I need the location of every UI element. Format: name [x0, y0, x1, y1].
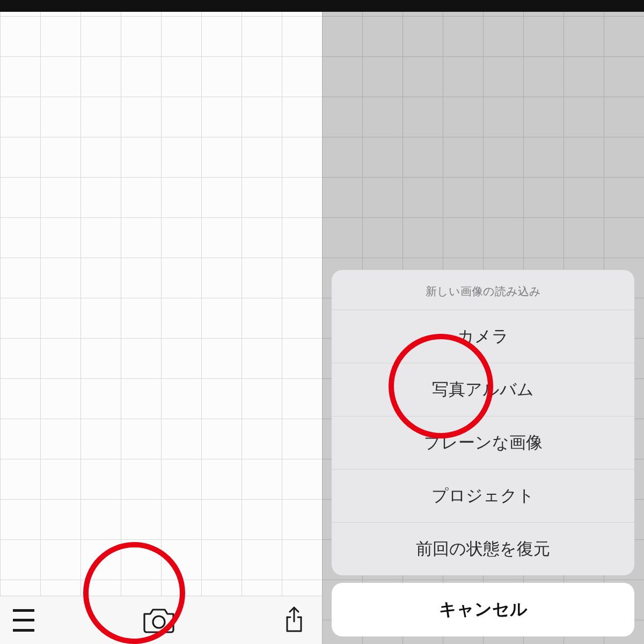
option-photo-album[interactable]: 写真アルバム [332, 363, 634, 416]
camera-button[interactable] [142, 608, 175, 633]
action-sheet-container: 新しい画像の読み込み カメラ 写真アルバム プレーンな画像 プロジェクト 前回の… [332, 270, 634, 636]
cancel-button[interactable]: キャンセル [332, 583, 634, 636]
share-icon [283, 606, 305, 634]
screen-right: 新しい画像の読み込み カメラ 写真アルバム プレーンな画像 プロジェクト 前回の… [322, 0, 644, 644]
option-camera[interactable]: カメラ [332, 310, 634, 363]
menu-icon[interactable] [13, 609, 34, 632]
svg-point-0 [153, 616, 165, 628]
bottom-toolbar [0, 596, 322, 644]
share-button[interactable] [283, 606, 305, 634]
option-project[interactable]: プロジェクト [332, 470, 634, 523]
status-bar [322, 0, 644, 12]
status-bar [0, 0, 322, 12]
action-sheet-title: 新しい画像の読み込み [332, 270, 634, 310]
action-sheet: 新しい画像の読み込み カメラ 写真アルバム プレーンな画像 プロジェクト 前回の… [332, 270, 634, 575]
option-restore-previous[interactable]: 前回の状態を復元 [332, 523, 634, 575]
screen-left [0, 0, 322, 644]
option-plain-image[interactable]: プレーンな画像 [332, 416, 634, 470]
canvas-grid[interactable] [0, 0, 322, 644]
camera-icon [142, 608, 175, 633]
